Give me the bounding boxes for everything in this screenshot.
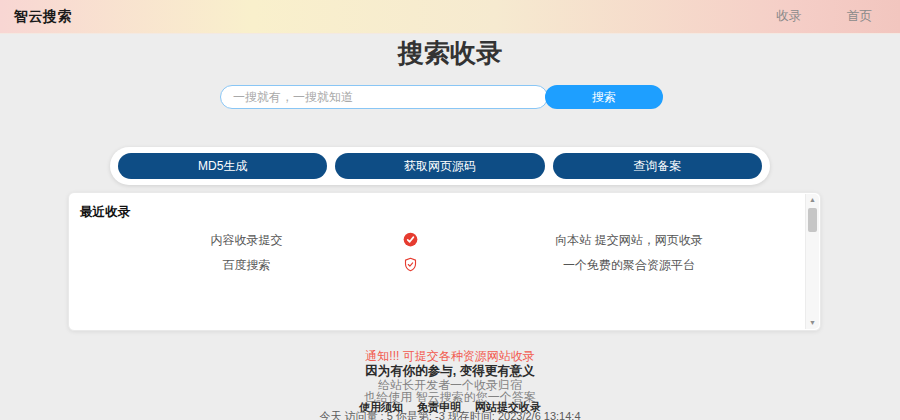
scroll-down-icon[interactable]: ▼ <box>806 317 819 329</box>
scrollbar-thumb[interactable] <box>808 208 817 232</box>
page-title: 搜索收录 <box>0 36 900 71</box>
entry-description: 向本站 提交网站，网页收录 <box>489 229 769 251</box>
page: 智云搜索 收录 首页 搜索收录 搜索 MD5生成 获取网页源码 查询备案 最近收… <box>0 0 900 420</box>
panel-heading: 最近收录 <box>80 204 130 221</box>
recent-includes-panel: 最近收录 内容收录提交 向本站 提交网站，网页收录 百度搜索 一个免费的聚合资源… <box>68 192 821 331</box>
md5-generate-button[interactable]: MD5生成 <box>118 153 327 179</box>
entry-name[interactable]: 内容收录提交 <box>69 229 424 251</box>
nav-link-home[interactable]: 首页 <box>847 8 872 25</box>
scroll-up-icon[interactable]: ▲ <box>806 194 819 206</box>
visit-stats: 今天 访问量 : 5 你是第: -3 现存时间: 2023/2/6 13:14:… <box>0 409 900 420</box>
list-item[interactable]: 百度搜索 一个免费的聚合资源平台 <box>69 254 820 276</box>
search-button[interactable]: 搜索 <box>545 85 663 109</box>
search-input[interactable] <box>220 85 548 109</box>
nav-link-include[interactable]: 收录 <box>776 8 801 25</box>
brand-logo[interactable]: 智云搜索 <box>0 8 72 26</box>
shield-check-icon <box>399 257 421 275</box>
verified-badge-icon <box>399 232 421 250</box>
header: 智云搜索 收录 首页 <box>0 0 900 34</box>
get-page-source-button[interactable]: 获取网页源码 <box>335 153 544 179</box>
icp-lookup-button[interactable]: 查询备案 <box>553 153 762 179</box>
header-nav: 收录 首页 <box>776 8 900 25</box>
entry-name[interactable]: 百度搜索 <box>69 254 424 276</box>
entry-description: 一个免费的聚合资源平台 <box>489 254 769 276</box>
tools-bar: MD5生成 获取网页源码 查询备案 <box>110 147 770 185</box>
panel-scrollbar[interactable]: ▲ ▼ <box>805 194 819 329</box>
list-item[interactable]: 内容收录提交 向本站 提交网站，网页收录 <box>69 229 820 251</box>
